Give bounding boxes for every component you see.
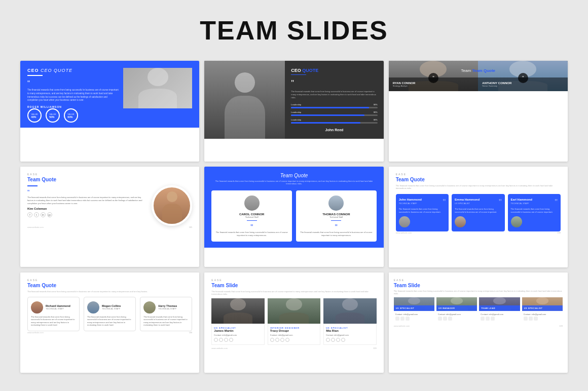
s5-card2-avatar — [328, 196, 344, 211]
s9-card4-photo: UX SPECIALIST — [522, 297, 563, 311]
s4-ease: EASE — [27, 173, 192, 176]
s7-title: Team Quote — [27, 283, 192, 288]
s9-card2-photo: UX MANAGER — [436, 297, 477, 311]
slide-4: EASE Team Quote " The financial rewards … — [20, 167, 199, 267]
s2-quote-icon: " — [291, 79, 377, 88]
s8-social-tw — [219, 338, 223, 342]
s8-card-1: UX SPECIALIST James Martin Contact: info… — [211, 298, 264, 345]
s9-footer: www.website.com 109 — [394, 325, 563, 327]
s1-quote-icon: " — [27, 79, 119, 87]
s9-card2-role: UX MANAGER — [438, 307, 475, 309]
s8-footer: www.website.com 109 — [211, 347, 376, 349]
s2-person-photo — [204, 61, 285, 139]
s4-divider — [27, 185, 38, 186]
s2-author: John Reed — [291, 128, 377, 132]
s2-text: The financial rewards that come from bei… — [291, 90, 377, 99]
s7-card-1: Richard Hammond TECHNICAL STAFF The fina… — [27, 297, 80, 331]
slide-7: EASE Team Quote The financial rewards th… — [20, 272, 199, 373]
s4-circle-photo — [152, 185, 192, 226]
s8-social-fb — [214, 338, 218, 342]
s6-card1-role: TECHNICAL STAFF — [399, 202, 422, 205]
s9-card-4: UX SPECIALIST Contact: info@gmail.com — [522, 297, 563, 323]
s8-ease: EASE — [211, 279, 376, 282]
s9-ease: EASE — [394, 279, 563, 282]
s1-stat-3: VALUE 60% — [64, 108, 78, 123]
s3-p1-title: Strategy Analyst — [393, 85, 474, 87]
s6-card-1: John Hammond TECHNICAL STAFF " The finan… — [396, 194, 449, 231]
s7-card-3: Harry Thomas TECHNICAL STAFF The financi… — [140, 297, 192, 331]
s6-card3-avatar — [511, 216, 522, 227]
s8-card3-photo — [323, 298, 376, 324]
s8-card1-contact: Contact: info@gmail.com — [214, 334, 262, 336]
s4-footer: www.website.com 185 — [27, 226, 192, 228]
s1-title: CEO CEO QUOTE — [27, 68, 119, 73]
s6-card3-name: Earl Hammond — [511, 198, 532, 201]
s8-card3-name: Mia Rian — [326, 329, 374, 332]
s7-card2-avatar — [87, 301, 99, 314]
slide-5: Team Quote The financial rewards that co… — [204, 167, 383, 267]
s7-card3-text: The financial rewards that come from bei… — [143, 316, 189, 327]
s6-footer: www.website.com 188 — [396, 231, 561, 234]
s9-card-2: UX MANAGER Contact: info@gmail.com — [436, 297, 477, 323]
s8-card1-photo — [211, 298, 264, 324]
slide-8: EASE Team Slide The financial rewards th… — [204, 272, 383, 373]
s6-card-3: Earl Hammond TECHNICAL STAFF " The finan… — [508, 194, 561, 231]
s7-card3-avatar — [143, 301, 156, 314]
s7-ease: EASE — [27, 279, 192, 282]
s4-social-gp[interactable]: g+ — [47, 212, 52, 217]
s6-cards: John Hammond TECHNICAL STAFF " The finan… — [396, 194, 561, 231]
s1-stat-2: VALUE 50% — [46, 108, 60, 123]
s9-card3-role: TEAM LEAD — [481, 307, 518, 309]
s8-social-gp — [229, 338, 233, 342]
s6-ease: EASE — [396, 173, 561, 176]
s9-title: Team Slide — [394, 283, 563, 288]
s4-socials: f t in g+ — [27, 212, 146, 217]
s9-card4-role: UX SPECIALIST — [524, 307, 561, 309]
s8-card-3: UX SPECIALIST Mia Rian Contact: info@gma… — [323, 298, 376, 345]
s9-card1-photo: UX SPECIALIST — [394, 297, 434, 311]
s6-card2-avatar — [455, 216, 466, 227]
s5-subtitle: The financial rewards that come from bei… — [211, 180, 376, 185]
s7-card1-role: TECHNICAL STAFF — [46, 307, 70, 310]
s5-card1-text: The financial rewards that come from bei… — [215, 231, 288, 237]
s6-card3-text: The financial rewards that come from bei… — [511, 208, 558, 213]
s7-subtitle: The financial rewards that come from bei… — [27, 290, 192, 293]
s1-divider — [27, 75, 43, 76]
s7-card3-role: TECHNICAL STAFF — [158, 307, 177, 310]
s3-quote-badge-1: " — [428, 73, 438, 83]
s9-card-3: TEAM LEAD Contact: info@gmail.com — [479, 297, 520, 323]
s5-card1-avatar — [244, 196, 260, 211]
s6-subtitle: The financial rewards that come from bei… — [396, 184, 561, 190]
s8-card3-contact: Contact: info@gmail.com — [326, 334, 374, 336]
s7-card1-text: The financial rewards that come from bei… — [31, 316, 76, 327]
slide-2: CEO QUOTE " The financial rewards that c… — [204, 61, 383, 162]
s5-card2-divider — [331, 220, 341, 221]
s8-cards: UX SPECIALIST James Martin Contact: info… — [211, 298, 376, 345]
s8-title: Team Slide — [211, 283, 376, 288]
slide-6: EASE Team Quote The financial rewards th… — [389, 167, 568, 267]
s2-bars: Leadership90% Leadership90% Leadership90… — [291, 103, 377, 126]
slide-grid: CEO CEO QUOTE " The financial rewards th… — [20, 61, 568, 373]
s4-social-fb[interactable]: f — [27, 212, 32, 217]
s8-card3-socials — [326, 338, 374, 342]
s5-title: Team Quote — [211, 173, 376, 178]
s5-card-1: CAROL CONNOR Technical Staff " The finan… — [211, 190, 292, 242]
s8-card-2: INTERIOR DESIGNER Tracy Droupr Contact: … — [268, 298, 320, 345]
s9-card3-photo: TEAM LEAD — [479, 297, 520, 311]
s4-author: Kim Coleman — [27, 207, 146, 210]
s6-card1-avatar — [399, 216, 410, 227]
s4-social-in[interactable]: in — [41, 212, 46, 217]
page-title: TEAM SLIDES — [200, 15, 388, 46]
s5-cards: CAROL CONNOR Technical Staff " The finan… — [211, 190, 376, 242]
s5-card2-quote-icon: " — [335, 223, 338, 231]
s6-card3-role: TECHNICAL STAFF — [511, 202, 532, 205]
s1-text: The financial rewards that come from bei… — [27, 89, 119, 102]
s4-social-tw[interactable]: t — [34, 212, 39, 217]
s8-card2-socials — [270, 338, 318, 342]
s8-card1-socials — [214, 338, 262, 342]
s1-stat-1: VALUE 40% — [27, 108, 42, 123]
s6-card2-name: Emma Hammond — [455, 198, 480, 201]
s9-card2-contact: Contact: info@gmail.com — [438, 313, 475, 316]
s7-cards: Richard Hammond TECHNICAL STAFF The fina… — [27, 297, 192, 331]
s7-card2-text: The financial rewards that come from bei… — [87, 316, 132, 327]
